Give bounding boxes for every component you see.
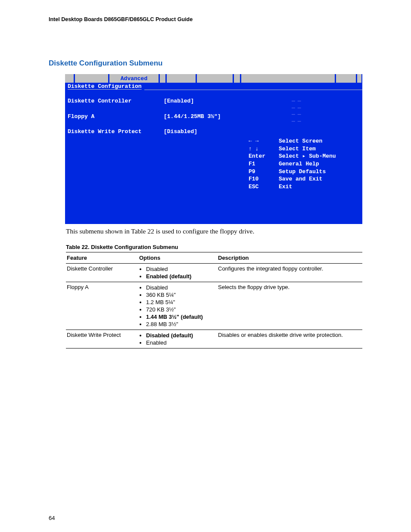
option-item: 360 KB 5¼" xyxy=(146,291,215,299)
th-feature: Feature xyxy=(66,252,138,263)
bios-help-panel: —— —— —— —— ← →Select Screen ↑ ↓Select I… xyxy=(246,91,362,224)
cell-description: Selects the floppy drive type. xyxy=(217,282,362,330)
cell-description: Disables or enables diskette drive write… xyxy=(217,330,362,348)
bios-values: [Enabled] [1.44/1.25MB 3½"] [Disabled] xyxy=(162,91,246,224)
th-options: Options xyxy=(138,252,217,263)
help-key: F10 xyxy=(249,175,279,183)
table-row: Diskette Write ProtectDisabled (default)… xyxy=(66,330,362,348)
bios-subtitle: Diskette Configuration xyxy=(65,83,144,91)
value-controller: [Enabled] xyxy=(164,98,244,105)
help-key: ESC xyxy=(249,183,279,191)
option-item: Disabled (default) xyxy=(146,332,215,339)
option-item: Disabled xyxy=(146,284,215,291)
help-text: Select Item xyxy=(279,145,316,153)
cell-feature: Floppy A xyxy=(66,282,138,330)
value-floppy: [1.44/1.25MB 3½"] xyxy=(164,113,244,120)
spec-table: Feature Options Description Diskette Con… xyxy=(66,252,362,348)
ghost-lines-icon: —— xyxy=(292,105,360,112)
ghost-lines-icon: —— xyxy=(292,118,360,125)
option-item: Disabled xyxy=(146,265,215,273)
cell-description: Configures the integrated floppy control… xyxy=(217,263,362,282)
section-title: Diskette Configuration Submenu xyxy=(49,59,364,68)
option-item: 1.2 MB 5¼" xyxy=(146,299,215,306)
option-item: Enabled (default) xyxy=(146,273,215,280)
option-item: Enabled xyxy=(146,339,215,346)
value-write-protect: [Disabled] xyxy=(164,128,244,135)
help-key: ↑ ↓ xyxy=(249,145,279,153)
help-text: Select ▸ Sub-Menu xyxy=(279,152,336,160)
help-text: General Help xyxy=(279,160,319,168)
table-row: Floppy ADisabled360 KB 5¼"1.2 MB 5¼"720 … xyxy=(66,282,362,330)
tab-advanced: Advanced xyxy=(109,74,159,83)
help-key: ← → xyxy=(249,137,279,145)
help-key: P9 xyxy=(249,168,279,176)
cell-options: DisabledEnabled (default) xyxy=(138,263,217,282)
option-item: 720 KB 3½" xyxy=(146,306,215,313)
bios-screenshot: Advanced Diskette Configuration Diskette… xyxy=(65,74,362,224)
table-title: Table 22. Diskette Configuration Submenu xyxy=(66,244,364,250)
option-item: 2.88 MB 3½" xyxy=(146,320,215,328)
cell-feature: Diskette Controller xyxy=(66,263,138,282)
help-text: Save and Exit xyxy=(279,175,322,183)
ghost-lines-icon: —— xyxy=(292,98,360,105)
label-floppy: Floppy A xyxy=(68,113,160,120)
th-description: Description xyxy=(217,252,362,263)
help-text: Setup Defaults xyxy=(279,168,326,176)
table-row: Diskette ControllerDisabledEnabled (defa… xyxy=(66,263,362,282)
help-key: Enter xyxy=(249,152,279,160)
caption-text: This submenu shown in Table 22 is used t… xyxy=(66,227,364,235)
cell-feature: Diskette Write Protect xyxy=(66,330,138,348)
cell-options: Disabled (default)Enabled xyxy=(138,330,217,348)
help-key: F1 xyxy=(249,160,279,168)
help-text: Select Screen xyxy=(279,137,322,145)
option-item: 1.44 MB 3½" (default) xyxy=(146,313,215,320)
bios-labels: Diskette Controller Floppy A Diskette Wr… xyxy=(65,91,162,224)
cell-options: Disabled360 KB 5¼"1.2 MB 5¼"720 KB 3½"1.… xyxy=(138,282,217,330)
label-write-protect: Diskette Write Protect xyxy=(68,128,160,135)
ghost-lines-icon: —— xyxy=(292,111,360,118)
label-controller: Diskette Controller xyxy=(68,98,160,105)
page-header: Intel Desktop Boards D865GBF/D865GLC Pro… xyxy=(49,16,364,22)
help-text: Exit xyxy=(279,183,292,191)
